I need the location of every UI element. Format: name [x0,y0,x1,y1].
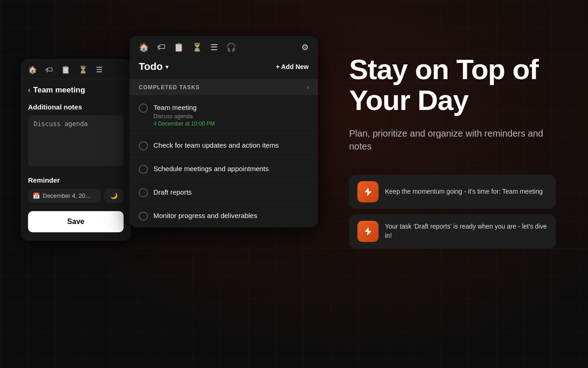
back-title: Team meeting [33,86,85,95]
notification-card-2[interactable]: Your task 'Draft reports' is ready when … [349,214,556,248]
chevron-down-icon[interactable]: ▾ [165,63,169,70]
moon-icon: 🌙 [110,192,118,199]
task-content-5: Monitor progress and deliverables [153,211,309,220]
clipboard-icon[interactable]: 📋 [61,65,70,74]
tag-icon[interactable]: 🏷 [45,66,53,74]
completed-tasks-label: COMPLETED TASKS [139,84,200,91]
task-circle-4[interactable] [139,188,148,197]
task-circle-5[interactable] [139,212,148,221]
list-icon[interactable]: ☰ [96,65,102,74]
task-content-2: Check for team updates and action items [153,140,309,150]
task-item[interactable]: Team meeting Discuss agenda 4 December a… [130,96,318,134]
task-subtitle-1: Discuss agenda [153,113,309,120]
right-hero-section: Stay on Top of Your Day Plan, prioritize… [335,36,570,272]
task-content-1: Team meeting Discuss agenda 4 December a… [153,103,309,127]
left-detail-panel: 🏠 🏷 📋 ⏳ ☰ ‹ Team meeting Additional note… [21,59,131,241]
middle-todo-panel: 🏠 🏷 📋 ⏳ ☰ 🎧 ⚙ Todo ▾ + Add New COMPLETED… [130,36,318,227]
task-circle-2[interactable] [139,141,148,150]
todo-title: Todo [139,61,163,73]
task-content-4: Draft reports [153,187,309,197]
clipboard-icon[interactable]: 📋 [174,42,184,52]
notification-card-1[interactable]: Keep the momentum going - it's time for:… [349,175,556,209]
hero-title: Stay on Top of Your Day [349,54,556,116]
hourglass-icon[interactable]: ⏳ [79,65,88,74]
back-row: ‹ Team meeting [28,86,124,95]
task-date-1: 4 December at 10:00 PM [153,121,309,127]
nav-icons-left: 🏠 🏷 📋 ⏳ ☰ 🎧 [139,42,236,52]
notification-icon-2 [357,221,379,242]
settings-icon[interactable]: ⚙ [301,42,309,52]
home-icon[interactable]: 🏠 [28,65,37,74]
back-arrow-icon[interactable]: ‹ [28,86,30,94]
completed-tasks-bar[interactable]: COMPLETED TASKS › [130,79,318,95]
save-button[interactable]: Save [28,211,124,232]
tag-icon[interactable]: 🏷 [157,42,165,52]
task-item[interactable]: Check for team updates and action items [130,134,318,157]
todo-header: Todo ▾ + Add New [130,57,318,79]
hourglass-icon[interactable]: ⏳ [192,42,202,52]
left-nav-bar: 🏠 🏷 📋 ⏳ ☰ [21,59,131,79]
left-panel-body: ‹ Team meeting Additional notes Discuss … [21,79,131,241]
reminder-date-button[interactable]: 📅 December 4, 20… [28,189,101,203]
task-item[interactable]: Draft reports [130,181,318,204]
home-icon[interactable]: 🏠 [139,42,149,52]
headphones-icon[interactable]: 🎧 [226,42,236,52]
additional-notes-label: Additional notes [28,103,124,111]
task-item[interactable]: Monitor progress and deliverables [130,204,318,227]
task-circle-1[interactable] [139,104,148,113]
task-circle-3[interactable] [139,165,148,174]
task-title-2: Check for team updates and action items [153,140,309,150]
task-title-4: Draft reports [153,187,309,197]
task-title-5: Monitor progress and deliverables [153,211,309,220]
middle-nav-bar: 🏠 🏷 📋 ⏳ ☰ 🎧 ⚙ [130,36,318,57]
add-new-button[interactable]: + Add New [276,63,309,70]
hero-subtitle: Plan, prioritize and organize with remin… [349,127,556,153]
notification-text-2: Your task 'Draft reports' is ready when … [385,222,548,240]
reminder-label: Reminder [28,176,124,184]
date-value: December 4, 20… [43,192,91,199]
calendar-icon: 📅 [33,192,40,199]
notes-textarea[interactable]: Discuss agenda [28,115,124,166]
list-icon[interactable]: ☰ [210,42,218,52]
task-list: Team meeting Discuss agenda 4 December a… [130,96,318,227]
task-title-1: Team meeting [153,103,309,112]
task-content-3: Schedule meetings and appointments [153,164,309,173]
notification-icon-1 [357,181,379,202]
todo-title-row: Todo ▾ [139,61,169,73]
reminder-time-button[interactable]: 🌙 [104,189,124,203]
task-item[interactable]: Schedule meetings and appointments [130,157,318,181]
completed-chevron-icon[interactable]: › [307,84,309,91]
notification-text-1: Keep the momentum going - it's time for:… [385,187,543,196]
task-title-3: Schedule meetings and appointments [153,164,309,173]
reminder-row: 📅 December 4, 20… 🌙 [28,189,124,203]
